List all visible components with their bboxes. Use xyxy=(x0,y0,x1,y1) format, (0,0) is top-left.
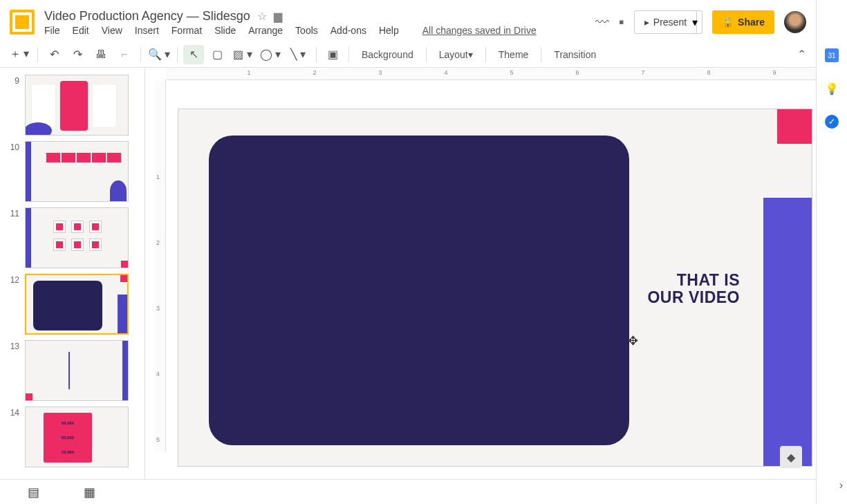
save-status[interactable]: All changes saved in Drive xyxy=(422,25,537,36)
slide-thumb-12[interactable]: 12 xyxy=(0,271,145,337)
menu-help[interactable]: Help xyxy=(379,25,399,36)
collapse-toolbar-icon[interactable]: ⌃ xyxy=(797,48,806,61)
tasks-addon-icon[interactable]: ✓ xyxy=(825,115,839,129)
select-tool[interactable]: ↖ xyxy=(183,45,204,64)
slide-number: 10 xyxy=(7,141,19,202)
slides-logo[interactable] xyxy=(10,10,35,35)
star-icon[interactable]: ☆ xyxy=(257,10,267,23)
menu-view[interactable]: View xyxy=(102,25,122,36)
slide-thumbnail-panel[interactable]: 9 10 11 12 13 14 50,00080,00020,000 xyxy=(0,68,145,479)
layout-button[interactable]: Layout▾ xyxy=(432,45,480,64)
slide-thumb-10[interactable]: 10 xyxy=(0,138,145,205)
canvas-area[interactable]: 12 34 56 78 9 12 34 5 THAT IS OUR VIDEO … xyxy=(145,68,816,479)
menu-slide[interactable]: Slide xyxy=(214,25,236,36)
slide-thumb-11[interactable]: 11 xyxy=(0,205,145,271)
keep-addon-icon[interactable]: 💡 xyxy=(825,82,839,95)
move-cursor-icon: ✥ xyxy=(628,333,638,348)
header-bar: Video Production Agency — Slidesgo ☆ ▆ F… xyxy=(0,0,816,41)
grid-view-icon[interactable]: ▦ xyxy=(84,485,95,500)
slide-thumb-13[interactable]: 13 xyxy=(0,337,145,404)
slide-canvas[interactable]: THAT IS OUR VIDEO ✥ xyxy=(178,109,812,466)
bottom-bar: ▤ ▦ xyxy=(0,479,816,504)
present-dropdown[interactable]: ▾ xyxy=(687,10,702,34)
menu-bar: File Edit View Insert Format Slide Arran… xyxy=(44,25,595,36)
new-slide-button[interactable]: ＋ ▾ xyxy=(7,45,32,64)
calendar-addon-icon[interactable]: 31 xyxy=(825,48,839,62)
zoom-button[interactable]: 🔍 ▾ xyxy=(147,45,171,64)
paint-format-button[interactable]: ⌐ xyxy=(114,45,135,64)
slide-number: 14 xyxy=(7,407,19,467)
play-icon: ▸ xyxy=(644,17,649,28)
title-line-1: THAT IS xyxy=(647,272,740,289)
transition-button[interactable]: Transition xyxy=(547,45,603,64)
video-placeholder-shape[interactable] xyxy=(209,136,629,445)
vertical-ruler[interactable]: 12 34 5 xyxy=(155,80,166,451)
title-text-box[interactable]: THAT IS OUR VIDEO xyxy=(647,272,740,307)
slide-number: 11 xyxy=(7,207,19,268)
print-button[interactable]: 🖶 xyxy=(91,45,111,64)
menu-edit[interactable]: Edit xyxy=(73,25,89,36)
folder-icon[interactable]: ▆ xyxy=(274,10,282,23)
comments-icon[interactable]: ▪ xyxy=(619,13,624,31)
side-panel: 31 💡 ✓ › xyxy=(816,0,847,504)
share-label: Share xyxy=(738,17,765,28)
undo-button[interactable]: ↶ xyxy=(44,45,64,64)
slide-number: 9 xyxy=(7,75,19,136)
side-panel-chevron-icon[interactable]: › xyxy=(839,479,843,492)
menu-insert[interactable]: Insert xyxy=(135,25,159,36)
theme-button[interactable]: Theme xyxy=(492,45,536,64)
document-title[interactable]: Video Production Agency — Slidesgo xyxy=(44,9,250,24)
share-button[interactable]: 🔒 Share xyxy=(712,10,774,34)
toolbar: ＋ ▾ ↶ ↷ 🖶 ⌐ 🔍 ▾ ↖ ▢ ▨ ▾ ◯ ▾ ╲ ▾ ▣ Backgr… xyxy=(0,41,816,68)
horizontal-ruler[interactable]: 12 34 56 78 9 xyxy=(166,68,816,80)
redo-button[interactable]: ↷ xyxy=(67,45,88,64)
slide-thumb-9[interactable]: 9 xyxy=(0,72,145,138)
account-avatar[interactable] xyxy=(784,11,806,33)
menu-format[interactable]: Format xyxy=(171,25,202,36)
slide-number: 12 xyxy=(7,274,19,335)
explore-button[interactable]: ◆ xyxy=(780,446,802,468)
present-label: Present xyxy=(653,17,687,28)
menu-file[interactable]: File xyxy=(44,25,60,36)
menu-tools[interactable]: Tools xyxy=(295,25,318,36)
purple-side-bar-shape[interactable] xyxy=(763,198,812,466)
pink-corner-shape[interactable] xyxy=(777,109,812,144)
menu-arrange[interactable]: Arrange xyxy=(248,25,283,36)
shape-tool[interactable]: ◯ ▾ xyxy=(258,45,283,64)
image-tool[interactable]: ▨ ▾ xyxy=(230,45,255,64)
textbox-tool[interactable]: ▢ xyxy=(207,45,227,64)
line-tool[interactable]: ╲ ▾ xyxy=(286,45,310,64)
slide-thumb-14[interactable]: 14 50,00080,00020,000 xyxy=(0,404,145,470)
activity-icon[interactable]: 〰 xyxy=(595,15,609,30)
slide-number: 13 xyxy=(7,340,19,401)
lock-icon: 🔒 xyxy=(722,17,734,28)
background-button[interactable]: Background xyxy=(355,45,420,64)
filmstrip-view-icon[interactable]: ▤ xyxy=(28,485,39,500)
comment-button[interactable]: ▣ xyxy=(322,45,343,64)
title-line-2: OUR VIDEO xyxy=(647,289,740,306)
menu-addons[interactable]: Add-ons xyxy=(331,25,366,36)
